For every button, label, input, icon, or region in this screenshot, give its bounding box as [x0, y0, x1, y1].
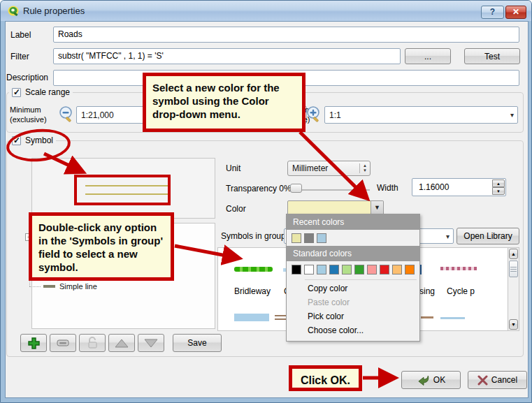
unlock-icon	[87, 337, 98, 349]
cancel-x-icon	[477, 375, 488, 386]
annotation-preview-highlight-rect	[74, 175, 171, 205]
width-spinbox[interactable]: 1.16000 ▲ ▼	[412, 178, 506, 196]
width-label: Width	[377, 183, 398, 193]
color-dropdown-arrow[interactable]: ▼	[371, 200, 384, 215]
menu-item-choose-color[interactable]: Choose color...	[287, 323, 419, 337]
color-swatch-button[interactable]	[287, 200, 371, 215]
scroll-up-button[interactable]: ▲	[509, 249, 518, 259]
menu-item-copy-color[interactable]: Copy color	[287, 281, 419, 295]
color-swatch[interactable]	[292, 233, 301, 243]
zoom-out-icon[interactable]	[58, 105, 75, 124]
color-swatch[interactable]	[317, 233, 326, 243]
minimum-label: Minimum	[10, 105, 41, 115]
color-swatch[interactable]	[304, 265, 314, 274]
color-swatch[interactable]	[292, 265, 301, 274]
ok-button[interactable]: OK	[401, 371, 461, 389]
menu-item-paste-color: Paste color	[287, 295, 419, 309]
qgis-icon	[8, 5, 20, 17]
list-item-label: sing	[419, 286, 442, 296]
color-swatch[interactable]	[380, 265, 389, 274]
maximum-scale-combo[interactable]: 1:1 ▾	[324, 106, 518, 124]
updown-arrows-icon: ▲▼	[359, 163, 370, 173]
list-item-label: Cycle p	[447, 286, 482, 296]
filter-field[interactable]: substr( "MTFCC" , 1, 1) = 'S'	[53, 48, 401, 64]
ok-arrow-icon	[417, 374, 430, 386]
unit-combo[interactable]: Millimeter ▲▼	[287, 161, 371, 176]
label-field[interactable]: Roads	[53, 27, 519, 43]
color-label: Color	[226, 204, 246, 214]
spin-up-button[interactable]: ▲	[492, 179, 505, 187]
help-button[interactable]: ?	[481, 6, 504, 19]
color-swatch[interactable]	[354, 265, 364, 274]
color-swatch[interactable]	[342, 265, 352, 274]
transparency-slider-handle[interactable]	[290, 184, 302, 193]
list-symbol-icon[interactable]	[440, 317, 465, 319]
move-up-button[interactable]	[108, 334, 135, 352]
tree-item-simple-line[interactable]: Simple line	[59, 282, 97, 291]
symbols-in-group-label: Symbols in group	[221, 231, 286, 241]
recent-colors-header: Recent colors	[287, 214, 419, 230]
remove-symbol-layer-button[interactable]	[50, 334, 76, 352]
tree-line	[29, 286, 41, 287]
simple-line-icon	[43, 285, 55, 288]
chevron-down-icon: ▾	[507, 111, 517, 119]
scroll-down-button[interactable]: ▼	[509, 319, 518, 330]
filter-field-label: Filter	[10, 52, 29, 61]
standard-colors-header: Standard colors	[287, 246, 419, 261]
annotation-symbols-note: Double-click any option in the 'Symbols …	[29, 212, 174, 281]
standard-colors-row	[287, 261, 419, 277]
annotation-ok-note: Click OK.	[289, 365, 362, 391]
minimum-sublabel: (exclusive)	[10, 115, 47, 124]
menu-separator	[305, 279, 417, 280]
expression-browse-button[interactable]: ...	[405, 48, 451, 64]
description-field-label: Description	[6, 73, 48, 82]
unit-label: Unit	[226, 163, 240, 173]
close-button[interactable]: ✕	[505, 6, 526, 19]
triangle-up-icon	[115, 339, 129, 348]
menu-item-pick-color[interactable]: Pick color	[287, 309, 419, 323]
bridleway-symbol-icon[interactable]	[234, 267, 273, 272]
list-symbol-icon[interactable]	[275, 315, 287, 320]
chevron-down-icon: ▾	[443, 233, 453, 240]
zoom-in-icon[interactable]	[305, 105, 322, 124]
save-button[interactable]: Save	[173, 334, 222, 352]
scale-range-checkbox[interactable]	[12, 88, 21, 97]
list-item-label: Bridleway	[234, 286, 275, 296]
cancel-button[interactable]: Cancel	[468, 371, 527, 389]
color-swatch[interactable]	[317, 265, 326, 274]
window-title: Rule properties	[23, 6, 85, 16]
titlebar[interactable]: Rule properties ? ✕	[1, 1, 532, 21]
color-menu: Recent colors Standard colors Copy color…	[286, 214, 420, 342]
color-swatch[interactable]	[392, 265, 402, 274]
color-swatch[interactable]	[304, 233, 314, 243]
rule-properties-window: Rule properties ? ✕ Label Roads Filter s…	[0, 0, 532, 403]
color-swatch[interactable]	[405, 265, 415, 274]
scrollbar[interactable]: ▲ ▼	[508, 248, 519, 330]
scrollbar-thumb[interactable]	[509, 261, 518, 277]
plus-icon	[28, 337, 40, 349]
color-swatch[interactable]	[367, 265, 377, 274]
label-field-label: Label	[10, 30, 31, 40]
minus-icon	[57, 339, 69, 346]
annotation-color-note: Select a new color for the symbol using …	[143, 73, 305, 132]
move-down-button[interactable]	[138, 334, 164, 352]
recent-colors-row	[287, 230, 419, 246]
open-library-button[interactable]: Open Library	[456, 228, 519, 244]
transparency-label: Transparency 0%	[226, 184, 292, 193]
scale-range-title: Scale range	[25, 87, 70, 97]
triangle-down-icon	[144, 339, 158, 348]
lock-button[interactable]	[79, 334, 106, 352]
list-symbol-icon[interactable]	[421, 316, 433, 318]
list-symbol-icon[interactable]	[234, 314, 269, 321]
color-swatch[interactable]	[329, 265, 339, 274]
test-button[interactable]: Test	[464, 48, 520, 64]
cycle-path-symbol-icon[interactable]	[440, 267, 477, 270]
spin-down-button[interactable]: ▼	[492, 187, 505, 195]
add-symbol-layer-button[interactable]	[20, 334, 47, 352]
